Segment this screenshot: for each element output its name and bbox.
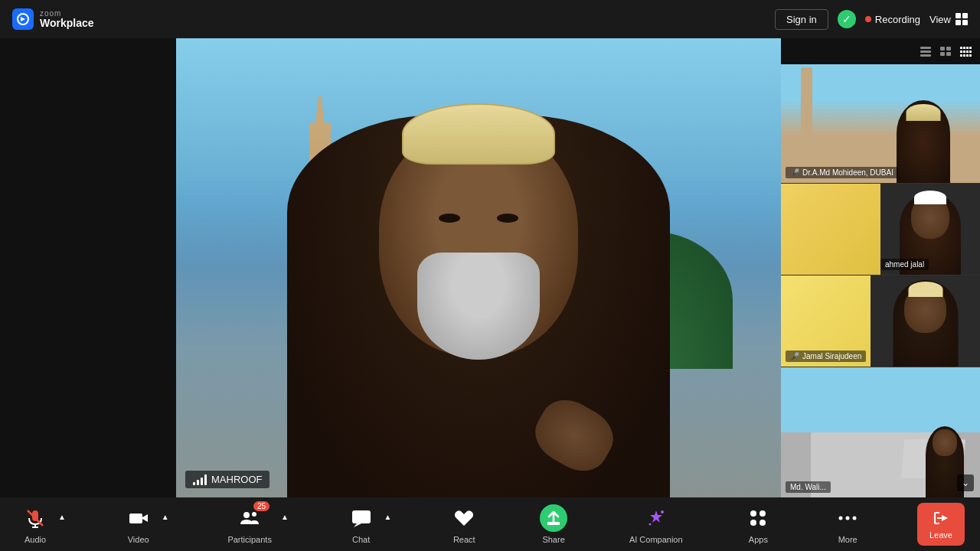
speaker-left-eye bbox=[439, 214, 460, 223]
camera-icon bbox=[128, 507, 149, 529]
strip-view-button[interactable] bbox=[917, 43, 934, 60]
video-label: Video bbox=[128, 535, 149, 544]
leave-label: Leave bbox=[929, 530, 952, 540]
chat-button[interactable]: Chat bbox=[341, 501, 381, 547]
audio-button[interactable]: Audio bbox=[15, 501, 55, 547]
svg-rect-7 bbox=[940, 52, 945, 56]
svg-rect-28 bbox=[352, 510, 371, 523]
participants-button[interactable]: 25 Participants bbox=[221, 501, 277, 547]
ai-companion-button[interactable]: AI Companion bbox=[623, 501, 689, 547]
svg-point-32 bbox=[750, 510, 756, 517]
svg-rect-12 bbox=[969, 47, 972, 49]
react-label: React bbox=[453, 535, 475, 544]
tile3-mute-icon: 🎤 bbox=[790, 352, 799, 360]
svg-rect-14 bbox=[963, 51, 965, 53]
grid4-view-button[interactable] bbox=[957, 43, 974, 60]
svg-rect-3 bbox=[920, 51, 931, 53]
share-arrow-icon bbox=[545, 510, 562, 527]
svg-point-31 bbox=[648, 523, 651, 526]
tile2-cap bbox=[914, 191, 946, 204]
right-panel: 🎤 Dr.A.Md Mohideen, DUBAI ahmed jalal bbox=[781, 38, 980, 497]
tile2-left bbox=[781, 184, 880, 275]
svg-rect-20 bbox=[969, 54, 972, 57]
sign-in-button[interactable]: Sign in bbox=[775, 9, 828, 30]
leave-button[interactable]: Leave bbox=[917, 503, 965, 546]
share-label: Share bbox=[542, 535, 564, 544]
tile3-person bbox=[893, 280, 958, 367]
grid-view-icon bbox=[956, 13, 968, 25]
participants-chevron[interactable]: ▲ bbox=[278, 511, 292, 523]
speaker-name-badge: MAHROOF bbox=[185, 471, 270, 488]
audio-chevron[interactable]: ▲ bbox=[55, 511, 69, 523]
svg-point-27 bbox=[252, 512, 256, 517]
workplace-text: Workplace bbox=[40, 18, 94, 28]
svg-rect-15 bbox=[966, 51, 969, 53]
view-button[interactable]: View bbox=[929, 13, 968, 25]
heart-icon bbox=[453, 507, 475, 529]
svg-point-37 bbox=[846, 517, 850, 520]
recording-label: Recording bbox=[875, 14, 920, 25]
header: zoom Workplace Sign in ✓ Recording View bbox=[0, 0, 980, 38]
apps-button[interactable]: Apps bbox=[738, 501, 778, 547]
chat-group: Chat ▲ bbox=[341, 501, 395, 547]
microphone-icon bbox=[24, 507, 46, 529]
speaker-beard bbox=[417, 253, 540, 360]
svg-rect-18 bbox=[963, 54, 965, 57]
participants-label: Participants bbox=[227, 535, 271, 544]
audio-icon-wrap bbox=[21, 504, 49, 532]
more-button[interactable]: More bbox=[828, 501, 867, 547]
svg-point-30 bbox=[661, 510, 664, 514]
main-video-area: MAHROOF bbox=[176, 38, 781, 497]
zoom-logo: zoom Workplace bbox=[40, 10, 94, 28]
svg-rect-13 bbox=[960, 51, 962, 53]
tile1-video bbox=[781, 64, 980, 183]
tile4-face bbox=[933, 429, 957, 456]
svg-rect-6 bbox=[946, 47, 951, 51]
video-button[interactable]: Video bbox=[119, 501, 158, 547]
chat-chevron[interactable]: ▲ bbox=[381, 511, 395, 523]
apps-icon bbox=[747, 507, 769, 529]
chat-icon-wrap bbox=[348, 504, 375, 532]
svg-rect-17 bbox=[960, 54, 962, 57]
svg-rect-29 bbox=[547, 522, 560, 525]
apps-label: Apps bbox=[749, 535, 768, 544]
svg-point-34 bbox=[750, 520, 756, 526]
svg-rect-10 bbox=[963, 47, 965, 49]
tile1-background bbox=[781, 64, 980, 183]
participant-tile-1[interactable]: 🎤 Dr.A.Md Mohideen, DUBAI bbox=[781, 64, 980, 183]
panel-collapse-button[interactable]: ⌄ bbox=[957, 474, 974, 491]
participant-tile-4[interactable]: Md. Wali... ⌄ bbox=[781, 367, 980, 497]
share-icon bbox=[540, 504, 567, 532]
more-icon-wrap bbox=[834, 504, 861, 532]
video-icon-wrap bbox=[125, 504, 152, 532]
participant-tile-3[interactable]: 🎤 Jamal Sirajudeen bbox=[781, 275, 980, 367]
tile1-cap bbox=[906, 104, 941, 121]
tile2-face bbox=[911, 197, 949, 239]
more-dots-icon bbox=[837, 507, 858, 529]
tile3-name: 🎤 Jamal Sirajudeen bbox=[786, 350, 866, 362]
video-group: Video ▲ bbox=[119, 501, 172, 547]
tile3-face bbox=[904, 287, 946, 333]
apps-icon-wrap bbox=[744, 504, 772, 532]
speaker-name: MAHROOF bbox=[211, 474, 262, 485]
speaker-hand bbox=[526, 390, 623, 481]
signal-strength-icon bbox=[193, 474, 207, 485]
grid2-view-button[interactable] bbox=[937, 43, 954, 60]
tile3-right bbox=[871, 276, 980, 367]
svg-point-33 bbox=[760, 510, 766, 517]
header-right: Sign in ✓ Recording View bbox=[775, 9, 968, 30]
video-chevron[interactable]: ▲ bbox=[158, 511, 172, 523]
zoom-icon bbox=[12, 8, 34, 30]
svg-rect-2 bbox=[920, 47, 931, 49]
svg-point-26 bbox=[243, 512, 250, 518]
svg-rect-5 bbox=[940, 47, 945, 51]
share-button[interactable]: Share bbox=[534, 501, 573, 547]
tile2-name: ahmed jalal bbox=[880, 259, 929, 270]
participants-icon-wrap: 25 bbox=[236, 504, 263, 532]
svg-rect-19 bbox=[966, 54, 969, 57]
participant-tile-2[interactable]: ahmed jalal bbox=[781, 183, 980, 275]
participants-count: 25 bbox=[253, 501, 270, 511]
header-left: zoom Workplace bbox=[12, 8, 94, 30]
react-button[interactable]: React bbox=[444, 501, 484, 547]
svg-point-35 bbox=[760, 520, 766, 526]
